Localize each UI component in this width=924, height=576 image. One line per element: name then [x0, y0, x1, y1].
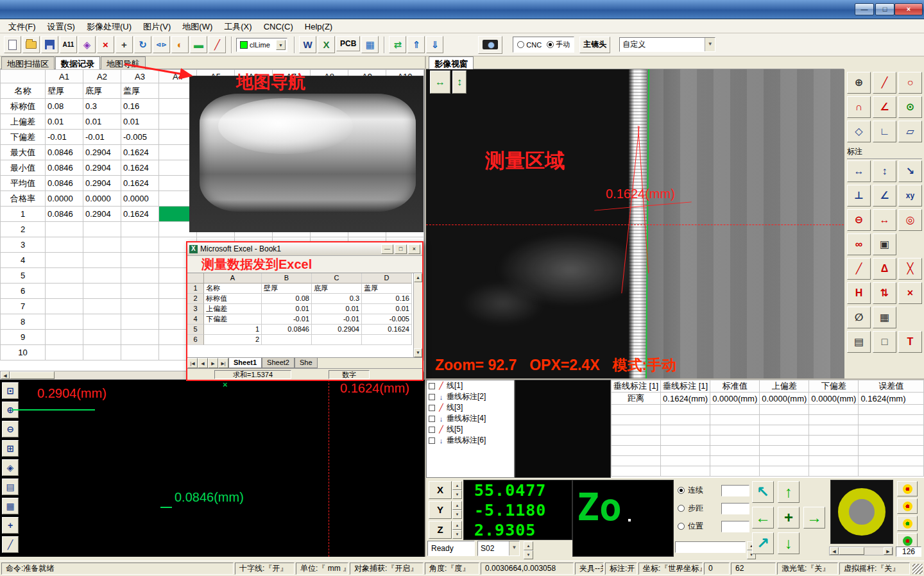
spin-down-icon[interactable]: ▼ [452, 530, 462, 539]
table-cell[interactable] [121, 330, 159, 345]
table-cell[interactable]: 0.0846 [46, 176, 83, 191]
tab-0[interactable]: 地图扫描区 [1, 56, 55, 69]
dim-slash[interactable]: ╱ [847, 258, 871, 280]
jog-input-0[interactable] [721, 485, 749, 496]
probe-up-icon[interactable]: ⇑ [407, 36, 425, 53]
spin-down-icon[interactable]: ▼ [524, 550, 533, 559]
tab-1[interactable]: 数据记录 [55, 56, 100, 69]
sheet-tab-1[interactable]: Sheet2 [262, 358, 295, 368]
tool-center-point[interactable]: ⊕ [847, 72, 871, 94]
tool-box-3d[interactable]: ◇ [847, 121, 871, 142]
table-cell[interactable] [46, 253, 83, 268]
excel-cell[interactable]: 0.01 [362, 304, 412, 314]
spin-up-icon[interactable]: ▲ [524, 541, 533, 550]
pcb-button[interactable]: PCB [336, 36, 360, 51]
chevron-down-icon[interactable]: ▼ [276, 40, 286, 50]
excel-cell[interactable]: -0.005 [362, 314, 412, 325]
table-cell[interactable] [83, 330, 121, 345]
eraser-icon[interactable]: ▬ [190, 36, 207, 53]
jog-up-button[interactable]: ↑ [778, 481, 800, 503]
step-value-input[interactable] [675, 541, 746, 553]
chevron-down-icon[interactable]: ▼ [705, 38, 715, 51]
excel-cell[interactable]: 1 [204, 325, 262, 335]
indicator-button-2[interactable] [897, 498, 918, 514]
column-header[interactable]: A2 [83, 70, 121, 83]
checkbox[interactable] [429, 405, 435, 411]
center-vertical-button[interactable]: ↕ [452, 71, 466, 94]
table-cell[interactable]: 0.08 [46, 99, 83, 114]
table-cell[interactable]: 0.0000 [46, 191, 83, 207]
tool-arc[interactable]: ∩ [847, 96, 871, 118]
table-cell[interactable] [121, 253, 159, 268]
table-cell[interactable]: -0.01 [83, 130, 121, 145]
camera-image-view[interactable]: 测量区域 0.1624(mm) Zoom= 92.7OPX=2.4X模式:手动 [426, 69, 844, 378]
excel-cell[interactable]: 0.2904 [312, 325, 362, 335]
row-header[interactable]: 下偏差 [1, 130, 46, 145]
dim-v-arrows[interactable]: ⇅ [873, 282, 896, 304]
row-header[interactable]: 8 [1, 314, 46, 330]
table-cell[interactable] [121, 237, 159, 253]
excel-row-header[interactable]: 4 [187, 314, 204, 325]
mirror-icon[interactable]: ⊲⊳ [153, 36, 170, 53]
excel-minimize-button[interactable]: — [381, 244, 393, 254]
scroll-thumb[interactable] [10, 371, 55, 379]
table-cell[interactable] [121, 314, 159, 330]
sheet-tab-2[interactable]: She [295, 358, 318, 368]
annotation-item-0[interactable]: ╱线[1] [427, 380, 514, 391]
dim-two-circles[interactable]: ∞ [847, 233, 871, 255]
dim-empty-circle[interactable]: ∅ [847, 307, 871, 328]
table-cell[interactable] [83, 299, 121, 314]
excel-column-header[interactable]: A [204, 273, 262, 284]
move-icon[interactable]: + [116, 36, 133, 53]
graphics-canvas[interactable]: ⊡⊕⊖⊞◈▤▦+╱ × 0.2904(mm) 0.1624(mm) 0.0846… [0, 380, 425, 557]
report-chart-icon[interactable]: ▦ [361, 36, 379, 53]
spin-down-icon[interactable]: ▼ [452, 510, 462, 519]
table-cell[interactable] [83, 314, 121, 330]
excel-cell[interactable]: 标称值 [204, 294, 262, 304]
zoom-tool-icon[interactable]: ⊡ [2, 382, 19, 399]
center-horizontal-button[interactable]: ↔ [430, 71, 450, 94]
open-file-icon[interactable] [22, 36, 40, 53]
table-cell[interactable]: 0.01 [46, 114, 83, 130]
row-header[interactable]: 标称值 [1, 99, 46, 114]
feed-spinner[interactable]: ▲▼ [524, 541, 533, 555]
table-cell[interactable] [46, 222, 83, 237]
camera-capture-button[interactable] [478, 36, 502, 54]
menu-item-3[interactable]: 图片(V) [137, 19, 176, 35]
color-select[interactable]: clLime ▼ [236, 38, 287, 52]
jog-input-1[interactable] [721, 503, 749, 514]
row-header[interactable]: 最小值 [1, 160, 46, 176]
manual-radio[interactable] [547, 41, 554, 48]
table-cell[interactable]: 0.0846 [46, 145, 83, 160]
dim-concentric[interactable]: ◎ [898, 209, 922, 231]
dim-hatch[interactable]: ╳ [898, 258, 922, 280]
table-cell[interactable]: 0.1624 [121, 176, 159, 191]
new-file-icon[interactable] [4, 36, 21, 53]
row-header[interactable]: 9 [1, 330, 46, 345]
jog-mode-0[interactable]: 连续 [678, 485, 703, 496]
excel-cell[interactable]: 0.1624 [362, 325, 412, 335]
table-cell[interactable] [83, 284, 121, 299]
sheet-nav-icon[interactable]: |◀ [187, 358, 198, 368]
excel-column-header[interactable]: C [312, 273, 362, 284]
probe-down-icon[interactable]: ⇓ [426, 36, 443, 53]
tool-line[interactable]: ╱ [873, 72, 896, 94]
dim-vertical[interactable]: ↕ [873, 160, 896, 182]
minimize-button[interactable]: — [855, 3, 874, 15]
table-cell[interactable]: 0.01 [83, 114, 121, 130]
table-cell[interactable] [46, 299, 83, 314]
row-header[interactable]: 名称 [1, 83, 46, 99]
table-cell[interactable]: 0.3 [83, 99, 121, 114]
annotation-item-4[interactable]: ╱线[5] [427, 424, 514, 435]
jog-right-button[interactable]: → [803, 507, 825, 529]
sheet-nav-icon[interactable]: ▶ [208, 358, 218, 368]
tool-plane[interactable]: ▱ [898, 121, 922, 142]
table-cell[interactable]: 0.2904 [83, 160, 121, 176]
excel-cell[interactable]: 0.16 [362, 294, 412, 304]
rotate-icon[interactable]: ↻ [134, 36, 151, 53]
tool-point-circle[interactable]: ⊙ [898, 96, 922, 118]
table-cell[interactable]: 0.1624 [121, 160, 159, 176]
menu-item-7[interactable]: Help(Z) [299, 20, 338, 33]
table-cell[interactable] [83, 253, 121, 268]
dim-angle[interactable]: ∠ [873, 185, 896, 207]
